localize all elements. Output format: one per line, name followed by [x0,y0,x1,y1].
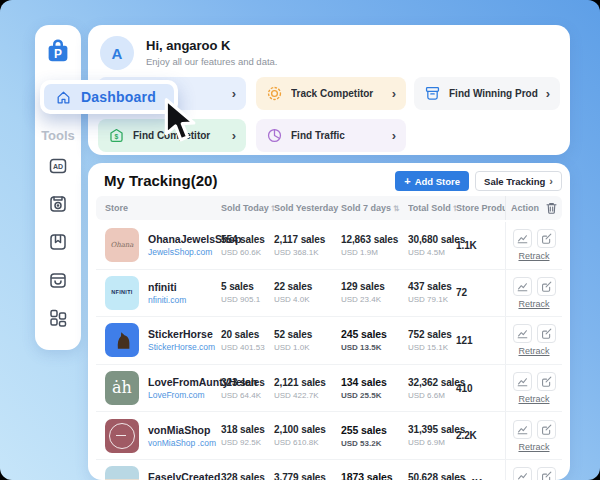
store-domain-link[interactable]: StickerHorse.com [148,342,215,352]
greeting-title: Hi, angaroo K [146,38,231,53]
table-row: ȧh LoveFromAuntyHelen LoveFrom.com 323 s… [96,365,562,413]
table-row: NFINITI nfiniti nfiniti.com 5 sales USD … [96,270,562,318]
cell-total-sold: 32,362 sales USD 6.6M [408,377,456,400]
svg-text:P: P [54,47,62,61]
plus-icon: + [404,175,410,187]
retrack-link[interactable]: Retrack [518,299,549,309]
edit-button[interactable] [537,467,556,480]
cell-sold-yesterday: 3,779 sales USD 165.7K [274,472,341,480]
chevron-right-icon: › [392,87,396,100]
retrack-link[interactable]: Retrack [518,442,549,452]
analytics-button[interactable] [513,277,532,296]
library-icon[interactable] [47,231,69,253]
store-name: vonMiaShop [148,424,216,436]
feature-card-find-winning-product[interactable]: Find Winning Product › [414,77,560,110]
store-domain-link[interactable]: vonMiaShop .com [148,438,216,448]
cell-sold-yesterday: 22 sales USD 4.0K [274,281,341,304]
cell-sold-7-days: 129 sales USD 23.4K [341,281,408,304]
cell-total-sold: 752 sales USD 15.1K [408,329,456,352]
cell-store-products: 410 [456,383,505,394]
cell-sold-yesterday: 2,117 sales USD 368.1K [274,234,341,257]
shopping-bag-logo-icon: P [43,35,73,65]
retrack-link[interactable]: Retrack [518,251,549,261]
table-row: StickerHorse StickerHorse.com 20 sales U… [96,317,562,365]
feature-card-find-traffic[interactable]: Find Traffic › [256,119,406,152]
apps-grid-icon[interactable] [47,307,69,329]
col-store: Store [96,203,221,213]
dashboard-label: Dashboard [81,89,156,105]
ad-tool-icon[interactable]: AD [47,155,69,177]
analytics-button[interactable] [513,324,532,343]
feature-card-find-competitor[interactable]: $ Find Competitor › [98,119,246,152]
edit-button[interactable] [537,324,556,343]
cell-sold-yesterday: 52 sales USD 1.0K [274,329,341,352]
store-domain-link[interactable]: JewelsShop.com [148,247,221,257]
chevron-right-icon: › [232,129,236,142]
avatar[interactable]: A [100,36,134,70]
dashboard-nav-popout[interactable]: Dashboard [40,80,178,114]
col-total-sold[interactable]: Total Sold⇅ [408,203,456,213]
cell-sold-today: 318 sales USD 92.5K [221,424,274,447]
table-row: vonMiaShop vonMiaShop .com 318 sales USD… [96,412,562,460]
cell-action: Retrack [505,222,562,269]
cell-store-products: 2.2K [456,430,505,441]
analytics-button[interactable] [513,372,532,391]
store-logo [105,323,139,357]
app-window: P Tools AD A Hi, angaroo K Enjoy all o [0,0,600,480]
analytics-button[interactable] [513,467,532,480]
product-box-icon [424,85,441,102]
tracking-table: Store Sold Today⇅ Sold Yesterday⇅ Sold 7… [96,196,562,480]
store-domain-link[interactable]: LoveFrom.com [148,390,221,400]
target-icon [266,85,283,102]
sale-tracking-button[interactable]: Sale Tracking › [475,171,562,191]
cell-sold-7-days: 12,863 sales USD 1.9M [341,234,408,257]
cell-sold-yesterday: 2,121 sales USD 422.7K [274,377,341,400]
edit-button[interactable] [537,420,556,439]
home-icon [55,89,72,106]
cell-sold-today: 323 sales USD 64.4K [221,377,274,400]
cell-action: Retrack [505,412,562,459]
col-store-products: Store Products [456,203,505,213]
cell-total-sold: 50,628 sales USD 2.4M [408,472,456,480]
store-logo: ȧh [105,371,139,405]
my-tracking-card: My Tracking(20) + Add Store Sale Trackin… [88,163,570,480]
col-sold-today[interactable]: Sold Today⇅ [221,203,274,213]
delete-all-icon[interactable] [546,202,557,214]
store-name: OhanaJewelsShop [148,233,221,245]
cell-sold-7-days: 245 sales USD 13.5K [341,328,408,352]
add-store-button[interactable]: + Add Store [395,171,469,191]
table-row: EaselyCreated EaselyCreated .com 328 sal… [96,460,562,480]
tools-label: Tools [41,128,75,143]
edit-button[interactable] [537,277,556,296]
analytics-button[interactable] [513,229,532,248]
product-research-icon[interactable] [47,193,69,215]
cell-sold-7-days: 255 sales USD 53.2K [341,424,408,448]
col-sold-yesterday[interactable]: Sold Yesterday⇅ [274,203,341,213]
store-name: nfiniti [148,281,186,293]
store-logo: Ohana [105,228,139,262]
edit-button[interactable] [537,372,556,391]
app-logo[interactable]: P [42,34,74,66]
store-name: StickerHorse [148,328,215,340]
retrack-link[interactable]: Retrack [518,394,549,404]
sort-icon: ⇅ [393,204,399,213]
store-logo: NFINITI [105,276,139,310]
analytics-button[interactable] [513,420,532,439]
retrack-link[interactable]: Retrack [518,346,549,356]
horse-logo-art [109,327,135,353]
col-sold-7-days[interactable]: Sold 7 days⇅ [341,203,408,213]
svg-text:AD: AD [53,163,63,170]
cell-sold-today: 328 sales USD 14.4K [221,472,274,480]
store-name: LoveFromAuntyHelen [148,376,221,388]
store-domain-link[interactable]: nfiniti.com [148,295,186,305]
feature-card-track-competitor[interactable]: Track Competitor › [256,77,406,110]
greeting-subtitle: Enjoy all our features and data. [146,56,278,67]
table-header: Store Sold Today⇅ Sold Yesterday⇅ Sold 7… [96,196,562,220]
store-name: EaselyCreated [148,471,221,480]
cell-sold-today: 5 sales USD 905.1 [221,281,274,304]
edit-button[interactable] [537,229,556,248]
cell-sold-7-days: 134 sales USD 25.5K [341,376,408,400]
store-bag-icon[interactable] [47,269,69,291]
cell-sold-today: 554 sales USD 60.6K [221,234,274,257]
cell-sold-7-days: 1873 sales USD 17.3K [341,471,408,480]
